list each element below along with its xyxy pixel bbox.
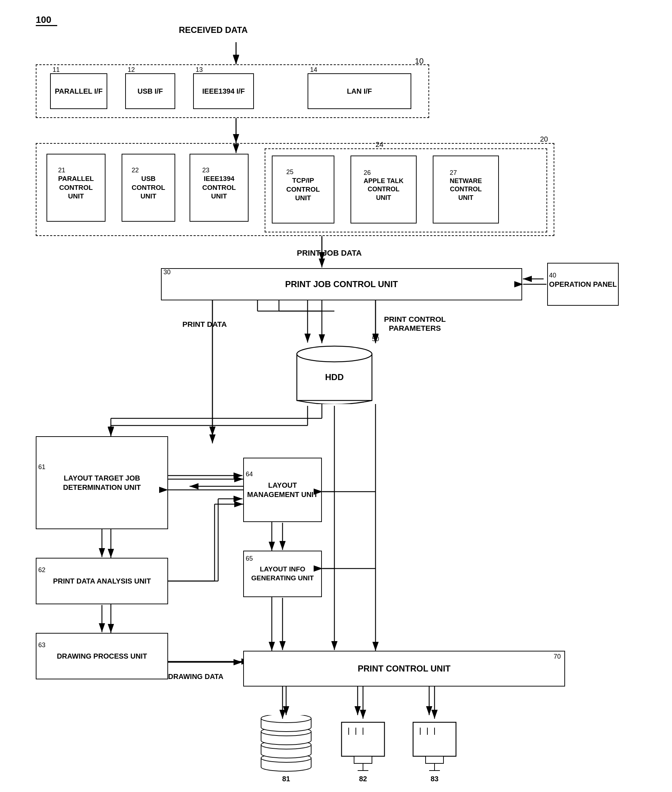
box-26: 26 APPLE TALKCONTROLUNIT (350, 155, 417, 224)
ref-12: 12 (128, 66, 135, 73)
ref-26: 26 (364, 169, 371, 177)
box-40: 40 OPERATION PANEL (547, 263, 619, 306)
ref-40: 40 (549, 272, 556, 279)
box-11: 11 PARALLEL I/F (50, 73, 107, 109)
ref-30: 30 (163, 268, 171, 276)
ref-20: 20 (540, 135, 548, 144)
box-70: 70 PRINT CONTROL UNIT (243, 651, 565, 687)
svg-point-53 (261, 715, 311, 723)
box-50: 50 HDD (293, 343, 376, 404)
ref-27: 27 (450, 169, 457, 177)
ref-10: 10 (415, 56, 424, 66)
box-25: 25 TCP/IPCONTROLUNIT (272, 155, 334, 224)
ref-82: 82 (359, 775, 367, 783)
ref-14: 14 (310, 66, 317, 73)
box-22: 22 USBCONTROLUNIT (122, 154, 175, 222)
ref-50: 50 (372, 335, 379, 343)
ref-81: 81 (282, 775, 290, 783)
ref-64: 64 (246, 471, 253, 478)
ref-25: 25 (286, 168, 294, 176)
box-27: 27 NETWARECONTROLUNIT (433, 155, 499, 224)
diagram: 100 RECEIVED DATA 10 11 PARALLEL I/F 12 … (0, 0, 672, 792)
ref-63: 63 (38, 642, 45, 649)
print-control-params-label: PRINT CONTROL PARAMETERS (379, 315, 451, 332)
ref-22: 22 (131, 167, 139, 174)
print-data-label: PRINT DATA (182, 320, 227, 329)
device-83: 83 (408, 715, 461, 772)
box-12: 12 USB I/F (125, 73, 175, 109)
box-30: 30 PRINT JOB CONTROL UNIT (161, 268, 522, 300)
received-data-label: RECEIVED DATA (179, 25, 248, 35)
ref-65: 65 (246, 555, 253, 562)
print-job-data-label: PRINT JOB DATA (297, 249, 362, 258)
box-63: 63 DRAWING PROCESS UNIT (36, 633, 168, 679)
device-81: 81 (250, 715, 322, 772)
svg-rect-54 (342, 722, 384, 756)
box-61: 61 LAYOUT TARGET JOB DETERMINATION UNIT (36, 436, 168, 529)
ref-83: 83 (430, 775, 438, 783)
device-82: 82 (336, 715, 390, 772)
box-65: 65 LAYOUT INFO GENERATING UNIT (243, 551, 322, 597)
box-14: 14 LAN I/F (307, 73, 411, 109)
svg-rect-61 (413, 722, 456, 756)
ref-61: 61 (38, 463, 45, 471)
ref-11: 11 (53, 66, 60, 73)
drawing-data-label: DRAWING DATA (168, 672, 224, 681)
ref-23: 23 (202, 167, 210, 174)
svg-point-33 (297, 346, 372, 362)
svg-rect-65 (426, 756, 443, 763)
box-62: 62 PRINT DATA ANALYSIS UNIT (36, 558, 168, 604)
ref-21: 21 (58, 167, 66, 174)
diagram-title: 100 (36, 14, 51, 26)
box-23: 23 IEEE1394CONTROLUNIT (190, 154, 248, 222)
ref-13: 13 (196, 66, 203, 73)
box-64: 64 LAYOUT MANAGEMENT UNIT (243, 458, 322, 522)
ref-70: 70 (554, 653, 561, 660)
ref-24: 24 (376, 141, 383, 149)
ref-62: 62 (38, 566, 45, 574)
svg-rect-58 (354, 756, 372, 763)
box-21: 21 PARALLELCONTROLUNIT (46, 154, 106, 222)
box-13: 13 IEEE1394 I/F (193, 73, 254, 109)
